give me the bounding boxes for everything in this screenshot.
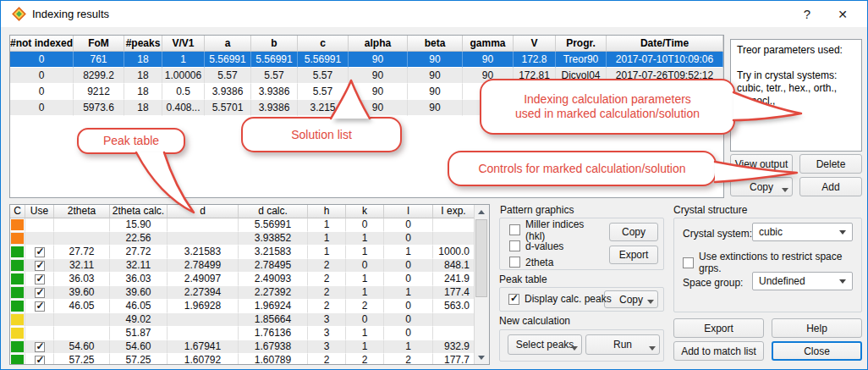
crystal-system-dropdown[interactable]: cubic — [752, 223, 853, 241]
solution-column-header[interactable]: c — [298, 36, 349, 52]
status-yellow-swatch — [11, 328, 24, 339]
solution-column-header[interactable]: #not indexed — [10, 36, 74, 52]
solution-cell: 0 — [10, 68, 74, 84]
peak-column-header[interactable]: 2theta calc. — [110, 205, 168, 218]
peak-row[interactable]: 27.7227.723.215833.215831111000.0 — [10, 246, 475, 259]
solution-column-header[interactable]: a — [205, 36, 251, 52]
pattern-option-label[interactable]: 2theta — [525, 257, 553, 268]
use-peak-checkbox[interactable] — [35, 274, 45, 284]
add-to-match-list-button[interactable]: Add to match list — [673, 341, 764, 361]
solution-column-header[interactable]: alpha — [349, 36, 408, 52]
view-output-button[interactable]: View output — [730, 154, 793, 174]
peak-cell: 0 — [346, 218, 384, 232]
peak-row[interactable]: 36.0336.032.490972.49093210241.9 — [10, 273, 475, 286]
peak-column-header[interactable]: d calc. — [239, 205, 308, 218]
pattern-option-checkbox[interactable] — [509, 224, 520, 235]
peak-row[interactable]: 54.6054.601.679411.67938311932.9 — [10, 340, 475, 354]
use-extinctions-checkbox[interactable] — [683, 257, 694, 268]
solution-row[interactable]: 07611815.569915.569915.56991909090172.8T… — [10, 52, 723, 68]
peak-cell: 39.60 — [54, 286, 110, 300]
display-calc-peaks-checkbox[interactable] — [508, 294, 519, 305]
solution-cell: 90 — [408, 52, 463, 68]
help-titlebar-button[interactable]: ? — [791, 1, 823, 27]
peak-copy-button[interactable]: Copy — [604, 290, 658, 308]
close-button[interactable]: Close — [772, 341, 862, 361]
peak-row[interactable]: 22.563.93852110 — [10, 232, 475, 246]
scrollbar-up-button[interactable] — [475, 205, 488, 218]
use-peak-checkbox[interactable] — [35, 288, 45, 298]
peak-row[interactable]: 57.2557.251.607921.60789222177.7 — [10, 354, 475, 364]
peak-column-header[interactable]: h — [308, 205, 346, 218]
select-peaks-button[interactable]: Select peaks — [508, 334, 582, 355]
peak-column-header[interactable]: 2theta — [54, 205, 110, 218]
solution-column-header[interactable]: V — [514, 36, 556, 52]
peak-row[interactable]: 46.0546.051.969281.96924220563.0 — [10, 300, 475, 313]
peak-cell: 54.60 — [54, 340, 110, 354]
peak-column-header[interactable]: C — [10, 205, 25, 218]
peak-cell: 1.67938 — [239, 340, 308, 354]
peak-column-header[interactable]: Use — [25, 205, 54, 218]
use-extinctions-label[interactable]: Use extinctions to restrict space grps. — [699, 251, 867, 274]
solution-column-header[interactable]: Date/Time — [607, 36, 723, 52]
use-peak-checkbox[interactable] — [35, 261, 45, 271]
solution-column-header[interactable]: beta — [408, 36, 463, 52]
peak-column-header[interactable]: d — [168, 205, 239, 218]
scrollbar-thumb[interactable] — [475, 219, 487, 297]
copy-solution-button[interactable]: Copy — [730, 177, 793, 196]
solution-cell: 5973.6 — [74, 100, 124, 116]
help-button[interactable]: Help — [772, 318, 862, 338]
solution-column-header[interactable]: #peaks — [124, 36, 162, 52]
use-peak-checkbox[interactable] — [35, 247, 45, 257]
peak-column-header[interactable]: I exp. — [433, 205, 475, 218]
status-color-cell — [10, 340, 25, 354]
peak-cell: 1 — [346, 232, 384, 246]
peak-row[interactable]: 15.905.56991100 — [10, 218, 475, 232]
display-calc-peaks-label[interactable]: Display calc. peaks — [525, 293, 612, 305]
status-green-swatch — [11, 355, 24, 364]
pattern-option-checkbox[interactable] — [509, 240, 520, 251]
dropdown-arrow-icon[interactable] — [571, 346, 578, 351]
solution-column-header[interactable]: Progr. — [556, 36, 607, 52]
solution-column-header[interactable]: V/V1 — [162, 36, 205, 52]
peak-row[interactable]: 32.1132.112.784992.78495200848.1 — [10, 259, 475, 273]
export-button[interactable]: Export — [673, 318, 764, 338]
peak-row[interactable]: 39.6039.602.273942.27392211177.4 — [10, 286, 475, 300]
dropdown-arrow-icon[interactable] — [649, 346, 656, 351]
solution-column-header[interactable]: gamma — [463, 36, 514, 52]
peak-row[interactable]: 49.021.85664300 — [10, 313, 475, 327]
pattern-option-label[interactable]: d-values — [525, 240, 563, 252]
pattern-option-checkbox[interactable] — [509, 257, 520, 268]
scrollbar-down-button[interactable] — [475, 351, 488, 364]
peak-cell: 22.56 — [110, 232, 168, 246]
dropdown-arrow-icon[interactable] — [647, 300, 654, 304]
peak-cell: 2 — [308, 259, 346, 273]
pattern-option-label[interactable]: Miller indices (hkl) — [525, 218, 607, 242]
peak-column-header[interactable]: l — [384, 205, 433, 218]
peak-cell: 1 — [346, 327, 384, 340]
delete-button[interactable]: Delete — [799, 154, 862, 174]
use-peak-checkbox[interactable] — [35, 356, 45, 365]
dropdown-arrow-icon[interactable] — [782, 188, 788, 192]
add-button[interactable]: Add — [799, 177, 862, 196]
peak-cell: 0 — [384, 218, 433, 232]
use-peak-checkbox[interactable] — [35, 342, 45, 352]
solution-cell: 9212 — [74, 84, 124, 100]
peak-table-scrollbar[interactable] — [474, 205, 489, 364]
use-peak-checkbox[interactable] — [35, 301, 45, 312]
space-group-dropdown[interactable]: Undefined — [752, 272, 853, 290]
arrow-down-icon — [478, 356, 485, 360]
pattern-export-button[interactable]: Export — [609, 246, 658, 264]
solution-column-header[interactable]: FoM — [74, 36, 124, 52]
peak-row[interactable]: 51.871.76136310 — [10, 327, 475, 340]
solution-column-header[interactable]: b — [251, 36, 298, 52]
solution-cell: 90 — [349, 84, 408, 100]
status-color-cell — [10, 327, 25, 340]
peak-column-header[interactable]: k — [346, 205, 384, 218]
pattern-copy-button[interactable]: Copy — [609, 223, 658, 241]
peak-cell: 3 — [308, 340, 346, 354]
solution-cell: 0.408... — [162, 100, 205, 116]
window-close-button[interactable]: ✕ — [827, 1, 859, 27]
solution-cell: 90 — [408, 68, 463, 84]
peak-cell: 54.60 — [110, 340, 168, 354]
run-button[interactable]: Run — [585, 334, 660, 355]
